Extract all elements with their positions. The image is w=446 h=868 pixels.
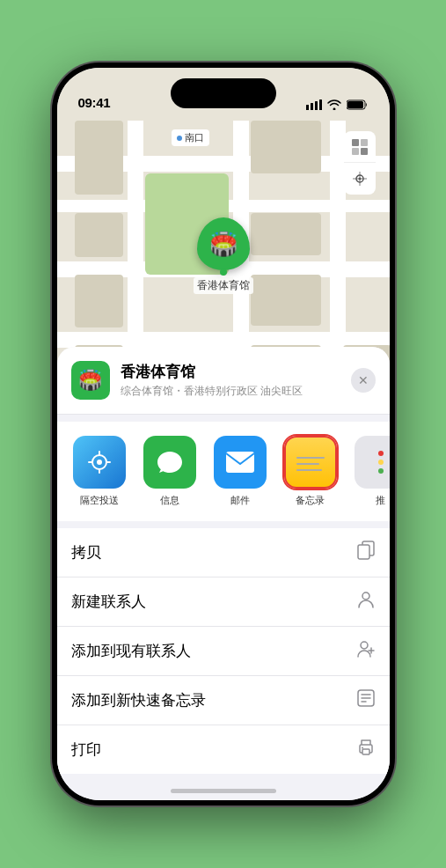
venue-icon: 🏟️ xyxy=(71,361,110,400)
share-item-mail[interactable]: 邮件 xyxy=(212,436,268,507)
new-contact-icon xyxy=(356,590,376,614)
copy-symbol xyxy=(356,541,376,560)
more-dots-container xyxy=(378,451,384,474)
action-new-contact-label: 新建联系人 xyxy=(71,592,146,612)
phone-frame: 09:41 xyxy=(52,63,395,805)
add-existing-contact-icon xyxy=(356,639,376,663)
wifi-icon xyxy=(327,99,341,110)
svg-rect-7 xyxy=(361,139,368,146)
status-icons xyxy=(306,99,369,110)
venue-pin-emoji: 🏟️ xyxy=(209,231,238,258)
notes-line-1 xyxy=(296,457,325,459)
print-symbol xyxy=(356,738,376,757)
notes-line-2 xyxy=(296,463,319,465)
map-label: 南口 xyxy=(172,129,209,146)
mail-label: 邮件 xyxy=(230,494,250,507)
messages-label: 信息 xyxy=(160,494,179,507)
venue-subtitle: 综合体育馆・香港特别行政区 油尖旺区 xyxy=(121,384,376,399)
quick-note-icon xyxy=(356,688,376,712)
messages-symbol xyxy=(154,446,186,478)
svg-rect-14 xyxy=(226,452,254,473)
home-indicator xyxy=(171,789,276,793)
more-dot-red xyxy=(378,451,384,456)
venue-info: 香港体育馆 综合体育馆・香港特别行政区 油尖旺区 xyxy=(121,362,376,399)
mail-icon xyxy=(214,436,267,489)
mail-symbol xyxy=(224,450,256,474)
action-add-existing-contact[interactable]: 添加到现有联系人 xyxy=(57,627,390,676)
venue-header: 🏟️ 香港体育馆 综合体育馆・香港特别行政区 油尖旺区 ✕ xyxy=(57,347,390,415)
notes-line-3 xyxy=(296,469,322,471)
share-item-notes[interactable]: 备忘录 xyxy=(282,436,339,507)
svg-rect-0 xyxy=(306,105,309,110)
action-add-quick-note-label: 添加到新快速备忘录 xyxy=(71,690,206,710)
airdrop-label: 隔空投送 xyxy=(80,494,119,507)
svg-rect-1 xyxy=(311,103,313,110)
phone-screen: 09:41 xyxy=(57,68,390,800)
airdrop-symbol xyxy=(84,447,114,477)
action-print[interactable]: 打印 xyxy=(57,725,390,774)
share-item-airdrop[interactable]: 隔空投送 xyxy=(71,436,128,507)
venue-pin[interactable]: 🏟️ 香港体育馆 xyxy=(194,217,253,294)
notes-label: 备忘录 xyxy=(296,494,325,507)
svg-rect-9 xyxy=(361,148,368,155)
action-list: 拷贝 新建联系人 xyxy=(57,528,390,774)
map-label-dot xyxy=(177,136,182,141)
notes-icon xyxy=(284,436,337,489)
svg-rect-8 xyxy=(352,148,359,155)
svg-rect-6 xyxy=(352,139,359,146)
messages-icon xyxy=(143,436,196,489)
action-copy[interactable]: 拷贝 xyxy=(57,528,390,577)
notes-lines xyxy=(291,450,330,474)
svg-point-11 xyxy=(358,178,361,180)
share-item-messages[interactable]: 信息 xyxy=(142,436,198,507)
share-row: 隔空投送 信息 xyxy=(57,422,390,521)
dynamic-island xyxy=(171,78,276,108)
signal-icon xyxy=(306,99,322,110)
copy-icon xyxy=(356,541,376,564)
person-add-symbol xyxy=(356,639,376,658)
location-button[interactable] xyxy=(344,163,376,195)
svg-rect-2 xyxy=(315,101,318,110)
svg-rect-21 xyxy=(362,749,369,754)
more-dot-green xyxy=(378,468,384,474)
venue-pin-label: 香港体育馆 xyxy=(194,277,253,294)
close-button[interactable]: ✕ xyxy=(351,368,376,393)
svg-point-18 xyxy=(361,642,368,649)
share-item-more[interactable]: 推 xyxy=(353,436,390,507)
airdrop-icon xyxy=(73,436,126,489)
location-icon xyxy=(352,171,368,187)
map-view-button[interactable] xyxy=(344,131,376,163)
map-controls xyxy=(344,131,376,195)
more-label: 推 xyxy=(376,494,385,507)
svg-rect-16 xyxy=(358,545,369,559)
action-add-quick-note[interactable]: 添加到新快速备忘录 xyxy=(57,676,390,725)
action-copy-label: 拷贝 xyxy=(71,542,101,563)
map-type-icon xyxy=(351,138,369,156)
svg-point-13 xyxy=(97,460,102,465)
status-time: 09:41 xyxy=(78,95,111,110)
map-label-text: 南口 xyxy=(185,131,204,144)
svg-rect-3 xyxy=(319,99,322,110)
svg-point-22 xyxy=(362,747,363,749)
bottom-sheet: 🏟️ 香港体育馆 综合体育馆・香港特别行政区 油尖旺区 ✕ xyxy=(57,347,390,800)
action-print-label: 打印 xyxy=(71,739,101,760)
venue-pin-circle: 🏟️ xyxy=(197,217,250,270)
print-icon xyxy=(356,738,376,761)
battery-icon xyxy=(347,99,369,110)
action-add-existing-contact-label: 添加到现有联系人 xyxy=(71,641,191,661)
svg-point-17 xyxy=(362,592,369,600)
more-icon xyxy=(355,436,390,489)
venue-name: 香港体育馆 xyxy=(121,362,376,382)
person-symbol xyxy=(356,590,376,609)
note-symbol xyxy=(356,688,376,708)
action-new-contact[interactable]: 新建联系人 xyxy=(57,577,390,627)
svg-rect-5 xyxy=(347,101,363,108)
more-dot-yellow xyxy=(378,460,384,465)
